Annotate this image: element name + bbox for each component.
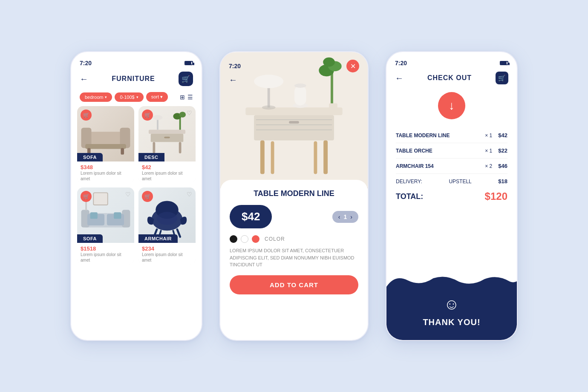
svg-rect-34 bbox=[245, 107, 342, 115]
total-row: TOTAL: $120 bbox=[386, 184, 517, 207]
svg-rect-39 bbox=[289, 121, 299, 124]
product-name: TABLE MODERN LINE bbox=[230, 189, 358, 198]
detail-header: 7:20 ✕ bbox=[220, 52, 368, 75]
cart-icon-room: 🛒 bbox=[83, 193, 89, 199]
product-grid: 🛒 SOFA $348 Lorem ipsum dolor sit amet bbox=[71, 106, 202, 271]
price-label: 0-100$ bbox=[120, 95, 134, 100]
svg-rect-42 bbox=[271, 141, 274, 174]
total-label: TOTAL: bbox=[396, 192, 423, 201]
product-desc-armchair: Lorem ipsum dolor sit amet bbox=[142, 252, 192, 263]
product-desc-room: Lorem ipsum dolor sit amet bbox=[81, 252, 131, 263]
cart-icon-3: 🛒 bbox=[498, 75, 505, 81]
download-button[interactable]: ↓ bbox=[438, 92, 465, 119]
order-list: TABLE MODERN LINE × 1 $42 TABLE ORCHE × … bbox=[386, 128, 517, 174]
heart-icon-room[interactable]: ♡ bbox=[125, 191, 131, 198]
delivery-row: DELIVERY: UPSTELL $18 bbox=[386, 174, 517, 184]
price-filter[interactable]: 0-100$ ▾ bbox=[115, 92, 143, 102]
product-price-table: $42 bbox=[142, 164, 192, 170]
product-card-table[interactable]: 🛒 ♡ DESC $42 Lorem ipsum dolor sit amet bbox=[138, 106, 196, 183]
back-arrow-icon-3[interactable]: ← bbox=[395, 73, 404, 83]
filter-bar: bedroom ▾ 0-100$ ▾ sort ▾ ⊞ ☰ bbox=[71, 90, 202, 106]
increment-button[interactable]: › bbox=[350, 213, 352, 220]
smiley-icon: ☺ bbox=[444, 295, 460, 313]
nav-bar-1: ← FURNITURE 🛒 bbox=[71, 69, 202, 90]
add-to-cart-armchair[interactable]: 🛒 bbox=[142, 191, 153, 202]
time-2: 7:20 bbox=[229, 63, 241, 69]
quantity-stepper[interactable]: ‹ 1 › bbox=[332, 211, 358, 223]
add-to-cart-sofa-1[interactable]: 🛒 bbox=[81, 110, 92, 121]
add-to-cart-button[interactable]: ADD TO CART bbox=[230, 275, 358, 294]
cart-icon-armchair: 🛒 bbox=[144, 193, 151, 199]
cart-icon-table: 🛒 bbox=[144, 112, 151, 118]
product-image-sofa-1: 🛒 SOFA bbox=[77, 106, 134, 161]
svg-point-46 bbox=[262, 105, 276, 110]
product-info-room: $1518 Lorem ipsum dolor sit amet bbox=[77, 243, 134, 265]
heart-icon-armchair[interactable]: ♡ bbox=[187, 191, 192, 198]
product-image-armchair: 🛒 ♡ ARMCHAIR bbox=[138, 187, 196, 243]
svg-point-15 bbox=[153, 115, 163, 120]
cart-button-3[interactable]: 🛒 bbox=[496, 72, 508, 84]
status-bar-3: 7:20 bbox=[386, 52, 517, 69]
svg-rect-53 bbox=[294, 86, 306, 105]
svg-point-44 bbox=[254, 75, 283, 88]
product-info-armchair: $234 Lorem ipsum dolor sit amet bbox=[138, 243, 196, 265]
add-to-cart-room[interactable]: 🛒 bbox=[81, 191, 92, 202]
back-arrow-icon[interactable]: ← bbox=[80, 74, 88, 84]
svg-point-32 bbox=[157, 212, 177, 225]
color-red[interactable] bbox=[252, 235, 259, 243]
product-card-room[interactable]: 🛒 ♡ SOFA $1518 Lorem ipsum dolor sit ame… bbox=[77, 187, 134, 265]
product-label-sofa-2: SOFA bbox=[77, 234, 103, 243]
phone-checkout: 7:20 ← CHECK OUT 🛒 ↓ TABLE MODERN LINE ×… bbox=[386, 51, 518, 341]
order-item-qty-2: × 1 bbox=[485, 148, 492, 154]
back-arrow-icon-2[interactable]: ← bbox=[229, 75, 237, 84]
heart-icon-table[interactable]: ♡ bbox=[187, 110, 192, 116]
battery-icon-3 bbox=[500, 61, 508, 65]
quantity-value: 1 bbox=[344, 213, 347, 220]
svg-rect-37 bbox=[256, 124, 332, 125]
chevron-down-icon-2: ▾ bbox=[136, 95, 138, 99]
status-icons-1 bbox=[184, 61, 193, 65]
checkout-nav: ← CHECK OUT 🛒 bbox=[386, 69, 517, 89]
sort-filter[interactable]: sort ▾ bbox=[146, 92, 168, 102]
product-detail-panel: TABLE MODERN LINE $42 ‹ 1 › COLOR LOREM … bbox=[220, 180, 368, 303]
list-view-icon[interactable]: ☰ bbox=[187, 94, 193, 101]
color-black[interactable] bbox=[230, 235, 237, 243]
order-item-2: TABLE ORCHE × 1 $22 bbox=[396, 143, 507, 159]
order-item-name-1: TABLE MODERN LINE bbox=[396, 133, 479, 138]
product-card-armchair[interactable]: 🛒 ♡ ARMCHAIR $234 Lorem ipsum dolor sit … bbox=[138, 187, 196, 265]
decrement-button[interactable]: ‹ bbox=[338, 213, 340, 220]
order-item-3: ARMCHAIR 154 × 2 $46 bbox=[396, 159, 507, 174]
svg-point-13 bbox=[179, 112, 186, 117]
svg-rect-47 bbox=[331, 69, 333, 107]
svg-rect-36 bbox=[256, 119, 332, 120]
product-detail-image: 7:20 ✕ ← bbox=[220, 52, 368, 188]
order-item-name-2: TABLE ORCHE bbox=[396, 148, 479, 154]
grid-view-icon[interactable]: ⊞ bbox=[180, 94, 185, 101]
category-filter[interactable]: bedroom ▾ bbox=[80, 92, 112, 102]
phone-furniture-list: 7:20 ← FURNITURE 🛒 bedroom ▾ 0-100$ ▾ bbox=[70, 51, 202, 341]
order-item-price-1: $42 bbox=[498, 132, 507, 138]
cart-button-1[interactable]: 🛒 bbox=[179, 72, 193, 86]
thank-you-section: ☺ THANK YOU! bbox=[386, 274, 517, 340]
svg-rect-8 bbox=[164, 137, 170, 138]
svg-rect-35 bbox=[254, 115, 334, 140]
product-info-table: $42 Lorem ipsum dolor sit amet bbox=[138, 161, 196, 183]
color-selector: COLOR bbox=[230, 235, 358, 243]
product-card-sofa-1[interactable]: 🛒 SOFA $348 Lorem ipsum dolor sit amet bbox=[77, 106, 134, 183]
product-label-table: DESC bbox=[138, 153, 164, 161]
svg-rect-5 bbox=[121, 148, 124, 155]
svg-rect-43 bbox=[314, 141, 317, 174]
order-item-qty-3: × 2 bbox=[485, 163, 492, 169]
close-button[interactable]: ✕ bbox=[346, 60, 359, 72]
add-to-cart-table[interactable]: 🛒 bbox=[142, 110, 153, 121]
price-quantity-row: $42 ‹ 1 › bbox=[230, 205, 358, 228]
view-toggle: ⊞ ☰ bbox=[180, 94, 193, 101]
chevron-down-icon: ▾ bbox=[105, 95, 107, 99]
product-image-room: 🛒 ♡ SOFA bbox=[77, 187, 134, 243]
product-info-sofa-1: $348 Lorem ipsum dolor sit amet bbox=[77, 161, 134, 183]
cart-icon-1: 🛒 bbox=[182, 75, 190, 83]
order-item-name-3: ARMCHAIR 154 bbox=[396, 163, 479, 169]
svg-rect-22 bbox=[114, 212, 121, 219]
product-label-armchair: ARMCHAIR bbox=[138, 234, 178, 243]
color-white[interactable] bbox=[241, 235, 248, 243]
